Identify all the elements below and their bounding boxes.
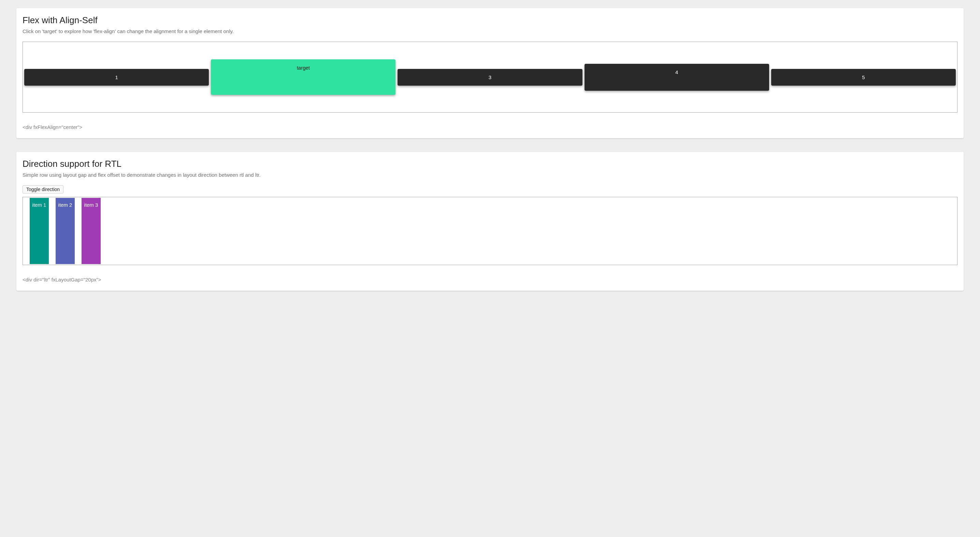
flex-item-label: 5 [862,75,865,80]
rtl-item-label: item 1 [32,202,46,208]
flex-demo-container: 1 target 3 4 5 [22,41,958,113]
flex-item-3[interactable]: 3 [398,69,582,86]
flex-align-hint: <div fxFlexAlign="center"> [22,124,958,130]
rtl-demo-container: item 1 item 2 item 3 [22,197,958,265]
flex-item-5[interactable]: 5 [771,69,956,86]
flex-item-1[interactable]: 1 [24,69,209,86]
rtl-item-2: item 2 [56,198,75,264]
rtl-item-1: item 1 [30,198,49,264]
flex-item-label: 4 [675,69,678,75]
card-rtl-support: Direction support for RTL Simple row usi… [16,152,964,291]
flex-item-label: target [297,65,310,71]
rtl-item-3: item 3 [81,198,101,264]
card-subtitle: Click on 'target' to explore how 'flex-a… [22,28,958,34]
flex-item-4[interactable]: 4 [584,64,769,91]
rtl-item-label: item 3 [84,202,98,208]
card-subtitle: Simple row using layout gap and flex off… [22,172,958,178]
flex-item-label: 3 [488,75,492,80]
card-flex-align-self: Flex with Align-Self Click on 'target' t… [16,8,964,138]
rtl-hint: <div dir="ltr" fxLayoutGap="20px"> [22,277,958,283]
card-title: Flex with Align-Self [22,15,958,25]
flex-item-label: 1 [115,75,118,80]
card-title: Direction support for RTL [22,159,958,169]
toggle-direction-button[interactable]: Toggle direction [22,185,64,194]
flex-item-target[interactable]: target [211,59,396,95]
rtl-item-label: item 2 [58,202,72,208]
